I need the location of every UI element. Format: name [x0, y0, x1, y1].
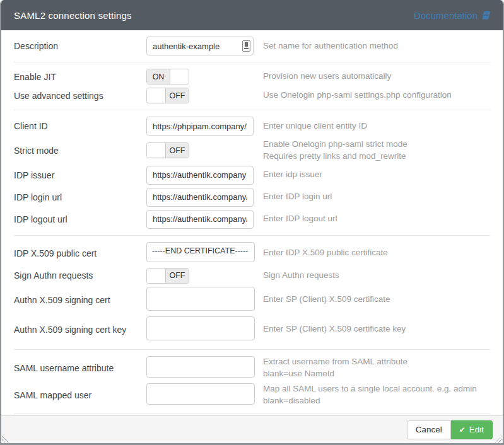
section-description: Description Set name for authentication … [14, 30, 490, 62]
toggle-on-label: ON [147, 69, 170, 84]
authn-cert-key-label: Authn X.509 signing cert key [14, 325, 146, 335]
saml-mapped-user-label: SAML mapped user [14, 390, 146, 400]
authn-cert-hint: Enter SP (Client) X.509 certificate [263, 294, 490, 306]
row-client-id: Client ID Enter unique client entity ID [14, 117, 490, 136]
advanced-settings-label: Use advanced settings [14, 91, 146, 101]
idp-cert-label: IDP X.509 public cert [14, 248, 146, 258]
idp-issuer-input[interactable] [146, 166, 254, 185]
enable-jit-hint: Provision new users automatically [263, 71, 490, 83]
row-enable-jit: Enable JIT ON Provision new users automa… [14, 69, 490, 84]
modal-header: SAML2 connection settings Documentation [1, 0, 503, 30]
edit-button[interactable]: ✔ Edit [451, 420, 493, 439]
modal-footer: Cancel ✔ Edit [1, 415, 503, 443]
advanced-settings-toggle[interactable]: OFF [146, 88, 189, 103]
client-id-input[interactable] [146, 117, 254, 136]
strict-mode-label: Strict mode [14, 146, 146, 156]
idp-cert-textarea[interactable]: -----END CERTIFICATE----- [146, 242, 255, 262]
sign-authn-toggle[interactable]: OFF [146, 268, 189, 284]
autofill-icon[interactable] [242, 40, 250, 52]
row-strict-mode: Strict mode OFF Enable Onelogin php-saml… [14, 139, 490, 163]
client-id-hint: Enter unique client entity ID [263, 120, 490, 132]
sign-authn-label: Sign Authn requests [14, 270, 146, 280]
cancel-button-label: Cancel [416, 425, 442, 434]
saml-username-attribute-textarea[interactable] [146, 356, 255, 378]
idp-login-url-label: IDP login url [14, 192, 146, 202]
edit-button-label: Edit [469, 425, 484, 434]
check-icon: ✔ [459, 425, 466, 434]
idp-login-url-input[interactable] [146, 188, 254, 207]
page-title: SAML2 connection settings [14, 10, 132, 21]
row-description: Description Set name for authentication … [14, 37, 490, 55]
idp-logout-url-label: IDP logout url [14, 214, 146, 224]
description-input-wrap [146, 37, 254, 55]
row-idp-cert: IDP X.509 public cert -----END CERTIFICA… [14, 242, 490, 265]
authn-cert-label: Authn X.509 signing cert [14, 295, 146, 305]
saml-mapped-user-hint: Map all SAML users to a single local acc… [263, 383, 490, 407]
row-saml-mapped-user: SAML mapped user Map all SAML users to a… [14, 383, 490, 407]
row-saml-username-attribute: SAML username attribute Extract username… [14, 356, 490, 380]
saml-username-attribute-label: SAML username attribute [14, 363, 146, 373]
row-idp-issuer: IDP issuer Enter idp issuer [14, 166, 490, 185]
saml-username-attribute-hint: Extract username from SAML attribute bla… [263, 356, 490, 380]
toggle-off-label: OFF [165, 269, 189, 283]
saml-mapped-user-textarea[interactable] [146, 383, 255, 405]
description-label: Description [14, 41, 146, 51]
section-idp: Client ID Enter unique client entity ID … [14, 110, 490, 236]
toggle-off-label: OFF [165, 143, 189, 158]
toggle-knob [147, 269, 165, 283]
idp-issuer-label: IDP issuer [14, 170, 146, 180]
toggle-knob [170, 69, 189, 84]
authn-cert-key-hint: Enter SP (Client) X.509 certificate key [263, 323, 490, 335]
authn-cert-textarea[interactable] [146, 287, 255, 311]
advanced-settings-hint: Use Onelogin php-saml settings.php confi… [263, 90, 490, 101]
cancel-button[interactable]: Cancel [407, 420, 451, 439]
documentation-link[interactable]: Documentation [414, 10, 491, 21]
row-idp-logout-url: IDP logout url Enter IDP logout url [14, 210, 490, 229]
row-idp-login-url: IDP login url Enter IDP login url [14, 188, 490, 207]
description-hint: Set name for authentication method [263, 40, 490, 52]
toggle-knob [147, 88, 165, 103]
description-input[interactable] [146, 37, 254, 55]
idp-issuer-hint: Enter idp issuer [263, 169, 490, 181]
strict-mode-hint: Enable Onelogin php-saml strict mode Req… [263, 139, 490, 163]
idp-logout-url-input[interactable] [146, 210, 254, 229]
book-icon [481, 11, 491, 20]
row-advanced-settings: Use advanced settings OFF Use Onelogin p… [14, 88, 490, 103]
modal-body: Description Set name for authentication … [1, 30, 503, 415]
section-certs: IDP X.509 public cert -----END CERTIFICA… [14, 236, 490, 350]
enable-jit-label: Enable JIT [14, 72, 146, 82]
toggle-off-label: OFF [165, 88, 189, 103]
strict-mode-toggle[interactable]: OFF [146, 142, 189, 158]
row-authn-cert-key: Authn X.509 signing cert key Enter SP (C… [14, 316, 490, 343]
idp-cert-hint: Enter IDP X.509 public certificate [263, 247, 490, 259]
sign-authn-hint: Sign Authn requests [263, 270, 490, 282]
toggle-knob [147, 143, 165, 158]
idp-login-url-hint: Enter IDP login url [263, 191, 490, 203]
section-jit: Enable JIT ON Provision new users automa… [14, 62, 490, 110]
documentation-link-label: Documentation [414, 10, 478, 21]
saml2-settings-modal: SAML2 connection settings Documentation [0, 0, 504, 445]
authn-cert-key-textarea[interactable] [146, 316, 255, 340]
enable-jit-toggle[interactable]: ON [146, 69, 189, 84]
row-sign-authn: Sign Authn requests OFF Sign Authn reque… [14, 268, 490, 284]
idp-logout-url-hint: Enter IDP logout url [263, 213, 490, 225]
client-id-label: Client ID [14, 121, 146, 131]
row-authn-cert: Authn X.509 signing cert Enter SP (Clien… [14, 287, 490, 313]
section-mapping: SAML username attribute Extract username… [14, 350, 490, 414]
